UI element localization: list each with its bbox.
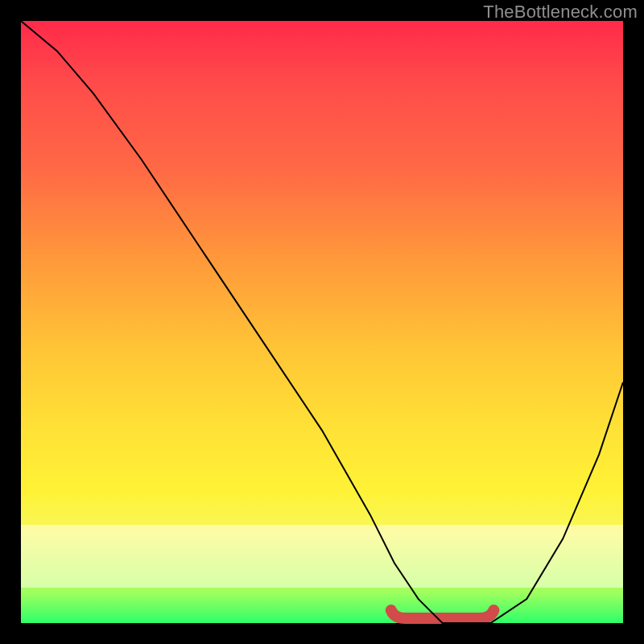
bottleneck-chart <box>21 21 623 623</box>
trough-marker <box>391 610 494 618</box>
watermark-text: TheBottleneck.com <box>483 2 638 23</box>
curve-line <box>21 21 623 623</box>
